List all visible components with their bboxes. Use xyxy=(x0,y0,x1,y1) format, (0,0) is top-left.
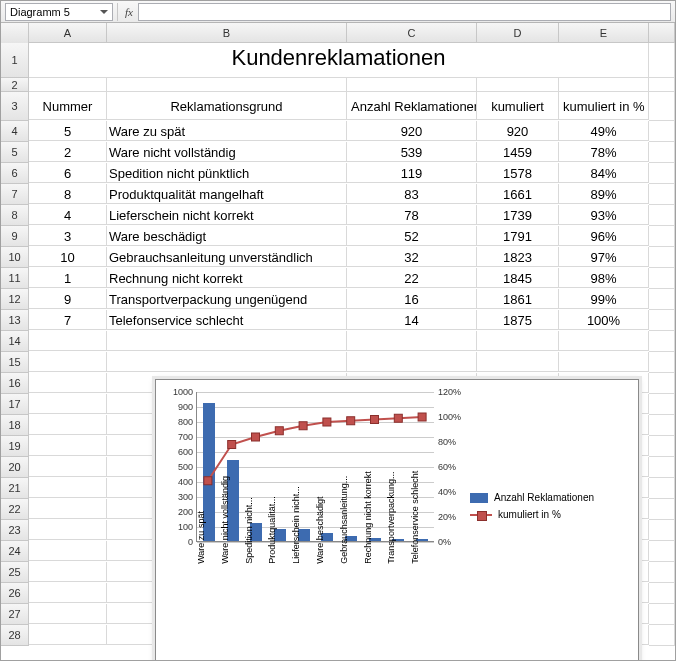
header-grund[interactable]: Reklamationsgrund xyxy=(107,92,347,120)
row-header[interactable]: 1 xyxy=(1,43,29,78)
row-header[interactable]: 5 xyxy=(1,142,29,163)
table-cell[interactable]: 84% xyxy=(559,163,649,183)
table-cell[interactable]: 1739 xyxy=(477,205,559,225)
table-cell[interactable]: 97% xyxy=(559,247,649,267)
table-cell[interactable]: 1875 xyxy=(477,310,559,330)
table-cell[interactable]: 98% xyxy=(559,268,649,288)
row-header[interactable]: 7 xyxy=(1,184,29,205)
name-box[interactable]: Diagramm 5 xyxy=(5,3,113,21)
table-cell[interactable]: 1791 xyxy=(477,226,559,246)
row-header[interactable]: 8 xyxy=(1,205,29,226)
row-header[interactable]: 21 xyxy=(1,478,29,499)
table-cell[interactable]: 920 xyxy=(347,121,477,141)
table-cell[interactable]: 3 xyxy=(29,226,107,246)
table-cell[interactable]: Ware zu spät xyxy=(107,121,347,141)
table-cell[interactable]: 78% xyxy=(559,142,649,162)
row-header[interactable]: 14 xyxy=(1,331,29,352)
row-header[interactable]: 4 xyxy=(1,121,29,142)
row-header[interactable]: 22 xyxy=(1,499,29,520)
row-header[interactable]: 15 xyxy=(1,352,29,373)
header-nummer[interactable]: Nummer xyxy=(29,92,107,120)
table-cell[interactable]: 96% xyxy=(559,226,649,246)
svg-rect-1 xyxy=(228,441,236,449)
table-cell[interactable]: 920 xyxy=(477,121,559,141)
table-cell[interactable]: 4 xyxy=(29,205,107,225)
table-cell[interactable]: 14 xyxy=(347,310,477,330)
table-cell[interactable]: Telefonservice schlecht xyxy=(107,310,347,330)
col-header-b[interactable]: B xyxy=(107,23,347,43)
fx-button[interactable]: fx xyxy=(120,3,138,21)
svg-rect-9 xyxy=(418,413,426,421)
table-cell[interactable]: 93% xyxy=(559,205,649,225)
table-cell[interactable]: Spedition nicht pünktlich xyxy=(107,163,347,183)
header-kumuliert-pct[interactable]: kumuliert in % xyxy=(559,92,649,120)
row-header[interactable]: 10 xyxy=(1,247,29,268)
page-title[interactable]: Kundenreklamationen xyxy=(29,43,649,78)
table-cell[interactable]: 1 xyxy=(29,268,107,288)
table-cell[interactable]: 8 xyxy=(29,184,107,204)
table-cell[interactable]: 83 xyxy=(347,184,477,204)
table-cell[interactable]: 119 xyxy=(347,163,477,183)
table-cell[interactable]: 7 xyxy=(29,310,107,330)
table-cell[interactable]: 2 xyxy=(29,142,107,162)
table-cell[interactable]: 16 xyxy=(347,289,477,309)
row-header[interactable]: 27 xyxy=(1,604,29,625)
formula-input[interactable] xyxy=(138,3,671,21)
pareto-chart[interactable]: 010020030040050060070080090010000%20%40%… xyxy=(155,379,639,661)
table-cell[interactable]: 99% xyxy=(559,289,649,309)
spreadsheet-grid[interactable]: 1 Kundenreklamationen 2 3 Nummer Reklama… xyxy=(1,43,675,646)
table-cell[interactable]: 10 xyxy=(29,247,107,267)
chevron-down-icon[interactable] xyxy=(100,10,108,14)
table-cell[interactable]: 78 xyxy=(347,205,477,225)
select-all-corner[interactable] xyxy=(1,23,29,43)
row-header[interactable]: 13 xyxy=(1,310,29,331)
table-cell[interactable]: Ware nicht vollständig xyxy=(107,142,347,162)
table-cell[interactable]: 1661 xyxy=(477,184,559,204)
row-header[interactable]: 24 xyxy=(1,541,29,562)
row-header[interactable]: 3 xyxy=(1,92,29,121)
table-cell[interactable]: 100% xyxy=(559,310,649,330)
row-header[interactable]: 6 xyxy=(1,163,29,184)
table-cell[interactable]: 52 xyxy=(347,226,477,246)
legend-item: kumuliert in % xyxy=(470,509,626,520)
row-header[interactable]: 16 xyxy=(1,373,29,394)
table-cell[interactable]: 49% xyxy=(559,121,649,141)
row-header[interactable]: 18 xyxy=(1,415,29,436)
row-header[interactable]: 11 xyxy=(1,268,29,289)
table-cell[interactable]: 32 xyxy=(347,247,477,267)
row-header[interactable]: 25 xyxy=(1,562,29,583)
table-cell[interactable]: Produktqualität mangelhaft xyxy=(107,184,347,204)
table-cell[interactable]: Rechnung nicht korrekt xyxy=(107,268,347,288)
table-cell[interactable]: 1823 xyxy=(477,247,559,267)
col-header-d[interactable]: D xyxy=(477,23,559,43)
table-cell[interactable]: 89% xyxy=(559,184,649,204)
row-header[interactable]: 28 xyxy=(1,625,29,646)
table-cell[interactable]: 539 xyxy=(347,142,477,162)
table-cell[interactable]: 1861 xyxy=(477,289,559,309)
table-cell[interactable]: Lieferschein nicht korrekt xyxy=(107,205,347,225)
table-cell[interactable]: 22 xyxy=(347,268,477,288)
table-cell[interactable]: 1578 xyxy=(477,163,559,183)
divider xyxy=(117,3,118,21)
col-header-a[interactable]: A xyxy=(29,23,107,43)
table-cell[interactable]: 9 xyxy=(29,289,107,309)
table-cell[interactable]: Gebrauchsanleitung unverständlich xyxy=(107,247,347,267)
row-header[interactable]: 20 xyxy=(1,457,29,478)
table-cell[interactable]: 5 xyxy=(29,121,107,141)
table-cell[interactable]: 6 xyxy=(29,163,107,183)
row-header[interactable]: 17 xyxy=(1,394,29,415)
table-cell[interactable]: Ware beschädigt xyxy=(107,226,347,246)
row-header[interactable]: 2 xyxy=(1,78,29,92)
table-cell[interactable]: 1459 xyxy=(477,142,559,162)
header-anzahl[interactable]: Anzahl Reklamationen xyxy=(347,92,477,120)
header-kumuliert[interactable]: kumuliert xyxy=(477,92,559,120)
col-header-c[interactable]: C xyxy=(347,23,477,43)
table-cell[interactable]: Transportverpackung ungenügend xyxy=(107,289,347,309)
col-header-e[interactable]: E xyxy=(559,23,649,43)
table-cell[interactable]: 1845 xyxy=(477,268,559,288)
row-header[interactable]: 12 xyxy=(1,289,29,310)
row-header[interactable]: 26 xyxy=(1,583,29,604)
row-header[interactable]: 9 xyxy=(1,226,29,247)
row-header[interactable]: 19 xyxy=(1,436,29,457)
row-header[interactable]: 23 xyxy=(1,520,29,541)
